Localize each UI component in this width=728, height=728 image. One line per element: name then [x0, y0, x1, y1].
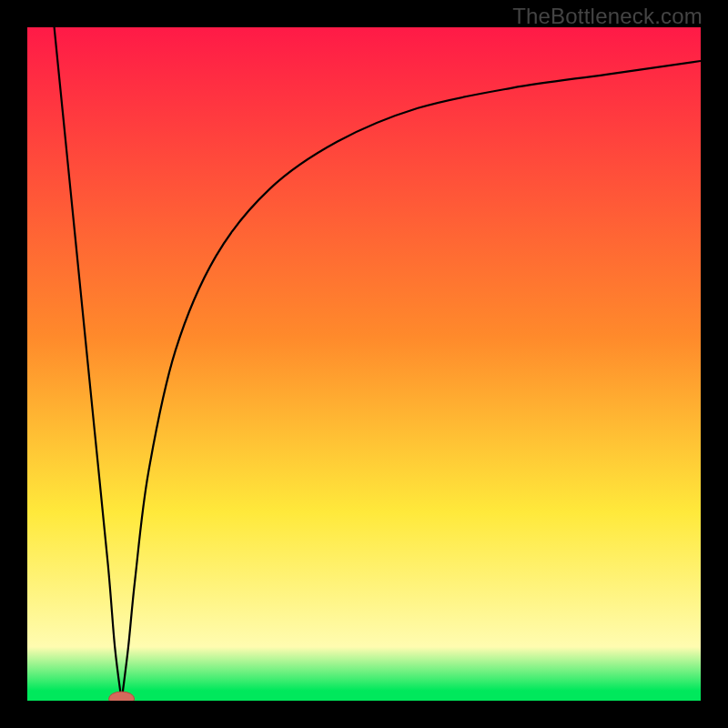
chart-frame: TheBottleneck.com	[0, 0, 728, 728]
watermark-text: TheBottleneck.com	[512, 4, 703, 29]
chart-plot	[27, 27, 701, 701]
